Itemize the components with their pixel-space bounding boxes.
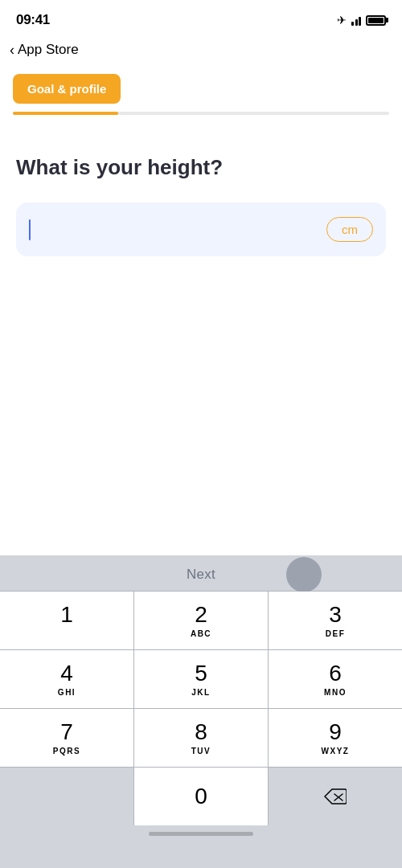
key-9-letters: WXYZ: [322, 747, 350, 755]
key-5[interactable]: 5 JKL: [134, 650, 268, 708]
keyboard-container: Next 1 2 ABC 3 DEF 4 GHI 5 JKL 6 MNO: [0, 555, 402, 868]
question-title: What is your height?: [16, 155, 386, 180]
status-icons: ✈: [337, 14, 386, 27]
keypad: 1 2 ABC 3 DEF 4 GHI 5 JKL 6 MNO 7 PQRS: [0, 591, 402, 825]
key-0-number: 0: [195, 784, 207, 809]
back-button[interactable]: ‹ App Store: [10, 42, 79, 58]
battery-icon: [366, 15, 386, 26]
key-4-number: 4: [60, 661, 73, 686]
key-empty: [0, 768, 133, 825]
back-chevron-icon: ‹: [10, 43, 14, 57]
key-4[interactable]: 4 GHI: [0, 650, 133, 708]
key-1[interactable]: 1: [0, 592, 133, 649]
backspace-icon: [324, 788, 347, 805]
next-bar: Next: [0, 555, 402, 591]
key-3[interactable]: 3 DEF: [269, 592, 402, 649]
key-backspace[interactable]: [269, 768, 402, 825]
key-5-letters: JKL: [191, 688, 210, 697]
step-button[interactable]: Goal & profile: [13, 74, 121, 104]
key-1-letters: [65, 629, 68, 638]
key-7[interactable]: 7 PQRS: [0, 709, 133, 767]
key-7-number: 7: [60, 720, 73, 745]
key-6-letters: MNO: [324, 688, 347, 697]
key-8-letters: TUV: [191, 747, 211, 755]
battery-fill: [368, 18, 384, 23]
input-container: cm: [16, 203, 386, 256]
airplane-icon: ✈: [337, 14, 347, 27]
key-5-number: 5: [195, 661, 207, 686]
key-2[interactable]: 2 ABC: [134, 592, 268, 649]
key-6[interactable]: 6 MNO: [269, 650, 402, 708]
status-time: 09:41: [16, 12, 50, 28]
key-0[interactable]: 0: [134, 768, 268, 825]
main-content: What is your height? cm: [0, 115, 402, 256]
nav-bar: ‹ App Store: [0, 35, 402, 68]
cursor-line: [29, 219, 31, 240]
key-2-number: 2: [195, 603, 207, 628]
home-bar: [149, 832, 253, 836]
key-8[interactable]: 8 TUV: [134, 709, 268, 767]
key-1-number: 1: [60, 603, 73, 628]
key-6-number: 6: [329, 661, 342, 686]
unit-button[interactable]: cm: [326, 217, 373, 242]
next-label: Next: [187, 567, 215, 583]
key-2-letters: ABC: [191, 629, 211, 638]
key-4-letters: GHI: [58, 688, 76, 697]
home-indicator: [0, 825, 402, 841]
progress-container: [0, 104, 402, 115]
text-input-area[interactable]: [29, 219, 326, 240]
key-3-number: 3: [329, 603, 342, 628]
back-label: App Store: [18, 42, 79, 58]
next-circle: [286, 557, 322, 592]
status-bar: 09:41 ✈: [0, 0, 402, 35]
key-8-number: 8: [195, 720, 207, 745]
key-9-number: 9: [329, 720, 342, 745]
wifi-icon: [351, 14, 361, 26]
key-3-letters: DEF: [326, 629, 346, 638]
key-7-letters: PQRS: [53, 747, 80, 755]
step-section: Goal & profile: [0, 68, 402, 104]
key-9[interactable]: 9 WXYZ: [269, 709, 402, 767]
